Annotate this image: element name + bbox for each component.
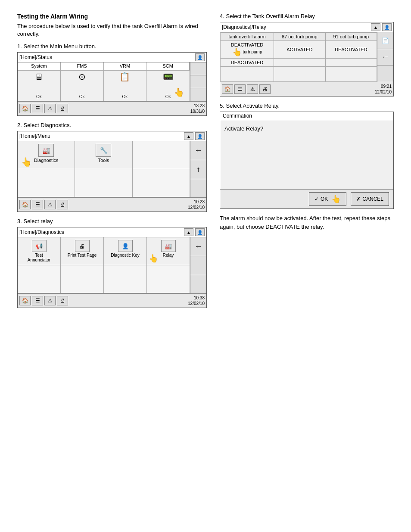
screen1-time: 13:23 10/31/0	[190, 103, 205, 114]
diag-print[interactable]: 🖨 Print Test Page	[61, 237, 104, 265]
screen1-title: [Home]/Status	[19, 54, 52, 60]
fms-icon: ⊙	[78, 72, 86, 81]
footer-alert-3[interactable]: ⚠	[44, 296, 56, 305]
screen2-time: 10:23 12/02/10	[188, 199, 205, 210]
footer-list-1[interactable]: ☰	[32, 104, 43, 113]
col-vrm: VRM	[104, 62, 147, 70]
col-fms: FMS	[61, 62, 104, 70]
menu-tools[interactable]: 🔧 Tools	[75, 141, 132, 169]
system-icon: 🖥	[34, 72, 43, 81]
cell-fms-val: Ok	[79, 94, 85, 99]
relay-r3c1	[221, 67, 274, 82]
cell-scm[interactable]: 📟 Ok 👆	[146, 71, 190, 101]
screen4-sidebar-doc[interactable]: 📄	[377, 32, 393, 49]
sidebar-back-2[interactable]: ←	[190, 141, 206, 160]
screen1-user-icon[interactable]: 👤	[195, 53, 205, 61]
relay-r3c2	[274, 67, 325, 82]
diag-relay[interactable]: 🏭 Relay 👆	[147, 237, 190, 265]
screen2-up-icon[interactable]: ▲	[184, 132, 193, 140]
sidebar-empty-2b	[190, 179, 206, 198]
relay-icon: 🏭	[161, 240, 176, 252]
hand-cursor-3: 👆	[149, 254, 158, 263]
menu-empty4	[133, 169, 190, 197]
cancel-button[interactable]: ✗ CANCEL	[351, 192, 389, 206]
footer-home-1[interactable]: 🏠	[19, 104, 31, 113]
intro-text: The procedure below is used to verify th…	[17, 22, 207, 38]
relay-r2c2	[274, 59, 325, 67]
screen4-sidebar-back[interactable]: ←	[377, 49, 393, 66]
footer-home-2[interactable]: 🏠	[19, 200, 31, 209]
cell-system[interactable]: 🖥 Ok	[18, 71, 61, 101]
sidebar-empty-3	[190, 88, 206, 101]
footer-print-3[interactable]: 🖨	[57, 296, 68, 305]
relay-r1c1[interactable]: DEACTIVATED 👆 turb pump	[221, 41, 274, 59]
footer-print-2[interactable]: 🖨	[57, 200, 68, 209]
footer-list-4[interactable]: ☰	[234, 84, 246, 94]
diag-empty1	[18, 265, 61, 293]
cell-fms[interactable]: ⊙ Ok	[61, 71, 104, 101]
diag-test-ann[interactable]: 📢 Test Annunciator	[18, 237, 61, 265]
footer-home-3[interactable]: 🏠	[19, 296, 31, 305]
screen4-time: 09:21 12/02/10	[375, 84, 392, 95]
footer-print-1[interactable]: 🖨	[57, 104, 68, 113]
screen2-user-icon[interactable]: 👤	[195, 132, 205, 140]
footer-alert-4[interactable]: ⚠	[247, 84, 258, 94]
tools-icon: 🔧	[96, 144, 111, 157]
menu-empty2	[18, 169, 75, 197]
relay-col3-hdr: 91 oct turb pump	[325, 33, 377, 41]
screen4-title: [Diagnostics]/Relay	[222, 24, 266, 30]
diag-key[interactable]: 👤 Diagnostic Key	[104, 237, 147, 265]
hand-cursor-1: 👆	[174, 87, 184, 97]
screen4-sidebar-empty	[377, 65, 393, 82]
step5-label: 5. Select Activate Relay.	[220, 103, 394, 109]
dialog-header: Confirmation	[220, 112, 393, 120]
diag-empty4	[147, 265, 190, 293]
step1-label: 1. Select the Main Menu button.	[17, 43, 207, 50]
sidebar-back-3[interactable]: ←	[190, 237, 206, 256]
col-system: System	[18, 62, 61, 70]
cell-vrm[interactable]: 📋 Ok	[104, 71, 147, 101]
footer-home-4[interactable]: 🏠	[222, 84, 233, 94]
screen3: [Home]/Diagnostics ▲ 👤 📢 Test Annunciato…	[17, 227, 207, 308]
footer-list-2[interactable]: ☰	[32, 200, 43, 209]
test-ann-icon: 📢	[32, 240, 47, 252]
cell-vrm-val: Ok	[122, 94, 128, 99]
test-ann-label: Test Annunciator	[28, 253, 50, 262]
screen3-up-icon[interactable]: ▲	[184, 228, 193, 236]
section-title: Testing the Alarm Wiring	[17, 13, 207, 20]
diagnostics-icon: 🏭	[38, 144, 54, 157]
screen4-user-icon[interactable]: 👤	[382, 23, 392, 31]
print-icon: 🖨	[75, 240, 90, 252]
page-number: 10	[17, 530, 394, 532]
sidebar-up-2[interactable]: ↑	[190, 160, 206, 179]
footer-list-3[interactable]: ☰	[32, 296, 43, 305]
print-label: Print Test Page	[68, 253, 97, 258]
hand-cursor-4: 👆	[232, 48, 242, 56]
diag-key-icon: 👤	[118, 240, 133, 252]
x-icon: ✗	[356, 196, 361, 202]
diagnostics-label: Diagnostics	[34, 158, 59, 163]
ok-button[interactable]: ✓ OK 👆	[309, 192, 346, 206]
sidebar-empty-3b	[190, 275, 206, 294]
footer-print-4[interactable]: 🖨	[259, 84, 271, 94]
screen4: [Diagnostics]/Relay ▲ 👤 tank overfill al…	[220, 22, 394, 96]
screen4-up-icon[interactable]: ▲	[371, 23, 380, 31]
screen1: [Home]/Status 👤 System FMS VRM SCM	[17, 52, 207, 116]
footer-alert-2[interactable]: ⚠	[44, 200, 56, 209]
menu-diagnostics[interactable]: 🏭 Diagnostics 👆	[18, 141, 75, 169]
sidebar-empty-2	[190, 75, 206, 88]
vrm-icon: 📋	[119, 72, 130, 81]
relay-r3c3	[325, 67, 377, 82]
relay-col1-hdr: tank overfill alarm	[221, 33, 274, 41]
menu-empty3	[75, 169, 132, 197]
screen3-user-icon[interactable]: 👤	[195, 228, 205, 236]
check-icon: ✓	[314, 196, 319, 202]
screen2: [Home]/Menu ▲ 👤 🏭 Diagnostics 👆	[17, 131, 207, 212]
relay-r1c3[interactable]: DEACTIVATED	[325, 41, 377, 59]
relay-r2c1[interactable]: DEACTIVATED	[221, 59, 274, 67]
cell-scm-val: Ok	[165, 94, 171, 99]
scm-icon: 📟	[163, 72, 174, 81]
relay-r1c2[interactable]: ACTIVATED	[274, 41, 325, 59]
relay-col2-hdr: 87 oct turb pump	[274, 33, 325, 41]
footer-alert-1[interactable]: ⚠	[44, 104, 56, 113]
